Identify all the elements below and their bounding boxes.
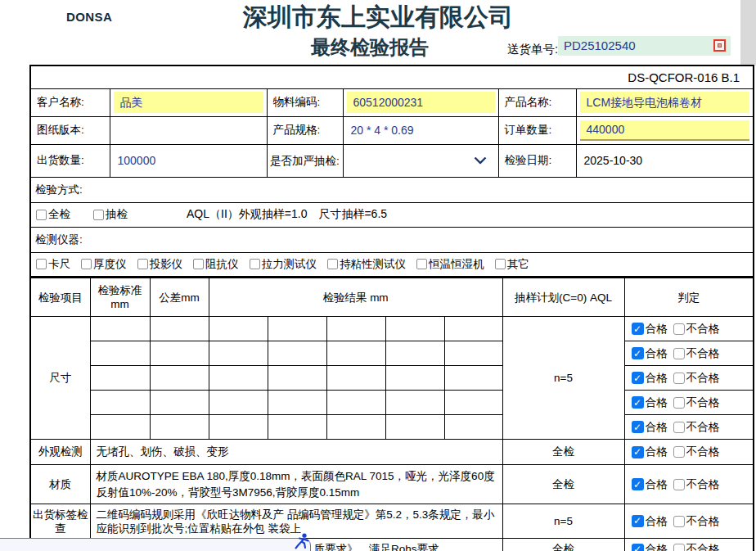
pass-label: 合格	[646, 346, 668, 361]
pass-checkbox-checked[interactable]: ✓	[632, 478, 644, 490]
standard-cell[interactable]	[90, 415, 150, 440]
result-cell[interactable]	[326, 415, 385, 440]
status-tooltip	[0, 538, 311, 551]
pass-label: 合格	[646, 445, 668, 459]
result-cell[interactable]	[385, 341, 444, 366]
result-cell[interactable]	[268, 366, 326, 391]
result-cell[interactable]	[326, 341, 385, 366]
customer-name-label: 客户名称:	[30, 88, 110, 116]
result-cell[interactable]	[444, 317, 502, 341]
fail-checkbox[interactable]	[673, 422, 685, 433]
result-cell[interactable]	[444, 366, 502, 391]
tolerance-cell[interactable]	[150, 415, 209, 440]
pass-checkbox-checked[interactable]: ✓	[632, 421, 644, 433]
judgement: ✓合格不合格	[625, 445, 754, 459]
tolerance-cell[interactable]	[150, 366, 209, 391]
fail-checkbox[interactable]	[673, 544, 685, 551]
fail-checkbox[interactable]	[673, 323, 685, 335]
instrument-label: 拉力测试仪	[262, 257, 317, 272]
result-cell[interactable]	[444, 341, 502, 366]
sampling-inspection-label: 抽检	[106, 207, 128, 222]
tolerance-cell[interactable]	[150, 391, 209, 415]
result-cell[interactable]	[385, 391, 444, 415]
result-cell[interactable]	[444, 415, 502, 440]
instrument-label: 阻抗仪	[205, 257, 239, 272]
result-cell[interactable]	[268, 317, 326, 341]
result-cell[interactable]	[326, 317, 385, 341]
instrument-option: 恒温恒湿机	[416, 257, 484, 272]
fail-checkbox[interactable]	[673, 479, 685, 490]
ship-qty-value[interactable]: 100000	[110, 144, 267, 177]
pass-label: 合格	[646, 371, 668, 386]
instrument-option: 其它	[495, 257, 529, 272]
pass-checkbox-checked[interactable]: ✓	[632, 544, 644, 551]
result-cell[interactable]	[209, 341, 268, 366]
fail-checkbox[interactable]	[673, 516, 685, 527]
result-cell[interactable]	[385, 366, 444, 391]
judgement: ✓合格不合格	[625, 420, 754, 435]
fail-checkbox[interactable]	[673, 446, 685, 458]
instrument-checkbox[interactable]	[250, 259, 260, 269]
standard-cell[interactable]	[90, 341, 150, 366]
col-header-tolerance: 公差mm	[150, 278, 209, 317]
fail-checkbox[interactable]	[673, 373, 685, 384]
instrument-label: 恒温恒湿机	[429, 257, 484, 272]
result-cell[interactable]	[444, 391, 502, 415]
plan-shipping-label: n=5	[502, 504, 624, 539]
instrument-checkbox[interactable]	[137, 259, 148, 269]
row-item-dimension: 尺寸	[30, 317, 90, 440]
instrument-checkbox[interactable]	[495, 259, 506, 269]
result-cell[interactable]	[268, 341, 326, 366]
tightened-inspection-select[interactable]	[343, 144, 498, 177]
standard-cell[interactable]	[90, 391, 150, 415]
drawing-version-field[interactable]	[110, 116, 267, 144]
pass-checkbox-checked[interactable]: ✓	[632, 396, 644, 409]
instrument-checkbox[interactable]	[36, 259, 47, 269]
instrument-label: 持粘性测试仪	[340, 257, 406, 272]
result-cell[interactable]	[326, 391, 385, 415]
judgement: ✓合格不合格	[625, 514, 754, 528]
delivery-no-field[interactable]: PD25102540	[558, 36, 731, 56]
inspection-date-value[interactable]: 2025-10-30	[576, 144, 754, 177]
result-cell[interactable]	[209, 317, 268, 341]
standard-cell[interactable]	[90, 317, 150, 341]
pass-checkbox-checked[interactable]: ✓	[632, 446, 644, 458]
standard-cell[interactable]	[90, 366, 150, 391]
instrument-checkbox[interactable]	[327, 259, 338, 269]
full-inspection-checkbox[interactable]	[36, 210, 47, 220]
fail-label: 不合格	[686, 346, 720, 361]
result-cell[interactable]	[385, 317, 444, 341]
pass-checkbox-checked[interactable]: ✓	[632, 323, 644, 335]
pass-checkbox-checked[interactable]: ✓	[632, 372, 644, 384]
pass-label: 合格	[646, 542, 668, 551]
instrument-option: 持粘性测试仪	[327, 257, 406, 272]
result-cell[interactable]	[326, 366, 385, 391]
product-name-field[interactable]: LCM接地导电泡棉卷材	[580, 92, 750, 113]
fail-checkbox[interactable]	[673, 348, 685, 359]
result-cell[interactable]	[268, 391, 326, 415]
inspection-method-label: 检验方式:	[30, 177, 754, 202]
customer-name-field[interactable]: 品美	[114, 92, 263, 113]
product-spec-value[interactable]: 20 * 4 * 0.69	[343, 116, 498, 144]
instrument-checkbox[interactable]	[81, 259, 92, 269]
instrument-checkbox[interactable]	[193, 259, 204, 269]
sampling-inspection-checkbox[interactable]	[93, 210, 104, 220]
result-cell[interactable]	[209, 415, 268, 440]
order-qty-field[interactable]: 440000	[580, 120, 750, 141]
result-cell[interactable]	[209, 391, 268, 415]
vertical-scrollbar-thumb[interactable]	[740, 0, 756, 65]
result-cell[interactable]	[385, 415, 444, 440]
result-cell[interactable]	[209, 366, 268, 391]
tolerance-cell[interactable]	[150, 317, 209, 341]
pass-label: 合格	[646, 514, 668, 528]
result-cell[interactable]	[268, 415, 326, 440]
fail-checkbox[interactable]	[673, 397, 685, 409]
instrument-option: 阻抗仪	[193, 257, 239, 272]
instrument-checkbox[interactable]	[416, 259, 427, 269]
pass-checkbox-checked[interactable]: ✓	[632, 515, 644, 527]
pass-checkbox-checked[interactable]: ✓	[632, 347, 644, 359]
judgement: ✓合格不合格	[625, 346, 754, 361]
tolerance-cell[interactable]	[150, 341, 209, 366]
method-option: 全检	[36, 207, 70, 222]
material-code-field[interactable]: 60512000231	[347, 92, 495, 113]
